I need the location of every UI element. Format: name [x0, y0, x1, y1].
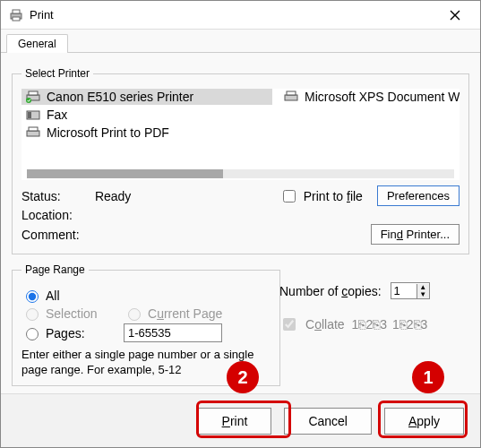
preferences-button[interactable]: Preferences [377, 185, 460, 206]
svg-rect-13 [29, 127, 38, 131]
svg-point-7 [26, 98, 31, 103]
cancel-button[interactable]: Cancel [284, 408, 372, 435]
annotation-badge-2: 2 [227, 361, 259, 393]
svg-rect-6 [29, 91, 38, 95]
window-title: Print [30, 8, 437, 22]
page-range-legend: Page Range [21, 263, 89, 276]
printer-name: Microsoft XPS Document W [305, 90, 460, 104]
printer-icon [283, 90, 299, 103]
annotation-badge-1: 1 [412, 361, 444, 393]
spin-down-icon[interactable]: ▼ [417, 291, 429, 298]
printer-name: Fax [47, 108, 67, 122]
svg-rect-1 [13, 10, 20, 13]
annotation-box-apply [378, 401, 468, 438]
copies-spinner[interactable]: ▲ ▼ [391, 282, 430, 299]
close-icon [450, 10, 460, 21]
radio-selection: Selection [21, 306, 118, 321]
location-label: Location: [21, 208, 91, 222]
print-to-file-input[interactable] [283, 190, 296, 202]
printer-item[interactable]: Canon E510 series Printer [21, 89, 272, 105]
printer-icon [25, 90, 41, 103]
close-button[interactable] [437, 3, 473, 28]
collate-checkbox [283, 318, 296, 331]
printer-name: Microsoft Print to PDF [47, 125, 169, 140]
svg-rect-9 [287, 91, 296, 95]
tab-general[interactable]: General [6, 34, 68, 53]
fax-icon [25, 108, 41, 121]
printer-item[interactable]: Microsoft XPS Document W [279, 89, 460, 105]
printer-icon [25, 126, 41, 139]
printer-item[interactable]: Microsoft Print to PDF [21, 125, 272, 141]
radio-all[interactable]: All [21, 288, 118, 303]
print-to-file-checkbox[interactable]: Print to file [279, 187, 363, 205]
printer-list[interactable]: Canon E510 series Printer Microsoft XPS … [21, 89, 460, 180]
printer-item[interactable]: Fax [21, 107, 272, 123]
select-printer-legend: Select Printer [21, 67, 93, 80]
svg-rect-2 [13, 17, 20, 21]
annotation-box-print [196, 401, 291, 438]
printer-list-scrollbar[interactable] [27, 169, 454, 178]
svg-rect-8 [285, 95, 297, 100]
radio-current-page: Current Page [124, 306, 240, 321]
svg-rect-11 [28, 112, 31, 118]
collate-label: Collate [305, 317, 345, 332]
pages-input[interactable] [124, 323, 222, 342]
status-value: Ready [95, 189, 131, 203]
select-printer-group: Select Printer Canon E510 series Printer… [12, 67, 469, 254]
find-printer-button[interactable]: Find Printer... [371, 224, 460, 245]
status-label: Status: [21, 189, 91, 203]
radio-pages[interactable]: Pages: [21, 325, 118, 340]
copies-label: Number of copies: [279, 284, 382, 298]
printer-name: Canon E510 series Printer [47, 90, 193, 104]
printer-icon [8, 7, 24, 23]
comment-label: Comment: [21, 228, 91, 242]
svg-rect-12 [27, 131, 39, 136]
collate-pages-icon: 1⎘2⎘3 1⎘2⎘3 [352, 318, 428, 331]
copies-input[interactable] [391, 283, 417, 298]
